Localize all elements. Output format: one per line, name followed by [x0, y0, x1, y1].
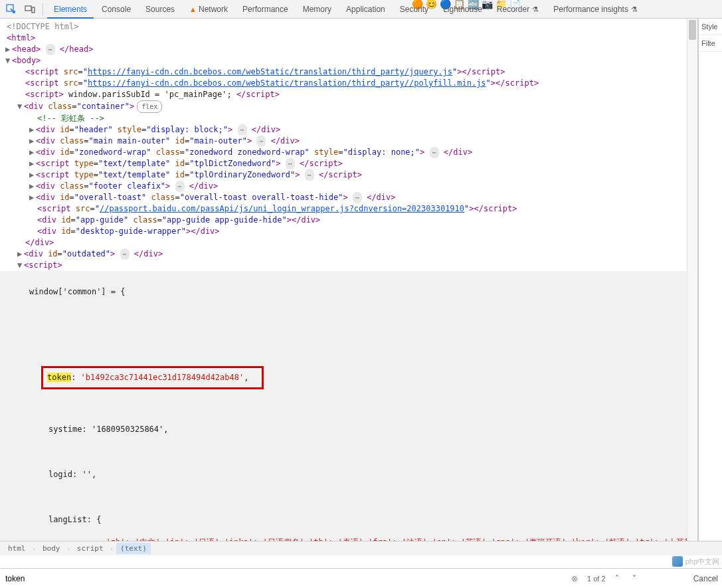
- crumb-script[interactable]: script: [73, 543, 108, 554]
- tab-performance[interactable]: Performance: [236, 1, 295, 18]
- clear-icon[interactable]: ⊗: [567, 574, 582, 583]
- tab-memory[interactable]: Memory: [296, 1, 338, 18]
- dom-node[interactable]: ▶<div id="zonedword-wrap" class="zonedwo…: [0, 147, 697, 158]
- tab-lighthouse[interactable]: Lighthouse: [436, 1, 489, 18]
- prev-match-icon[interactable]: ˄: [611, 573, 623, 585]
- php-logo-icon: [672, 556, 683, 567]
- dom-node[interactable]: <script src="//passport.baidu.com/passAp…: [0, 203, 697, 215]
- comment-node: <!-- 彩虹条 -->: [37, 114, 104, 123]
- dom-node[interactable]: ▶<div class="main main-outer" id="main-o…: [0, 136, 697, 147]
- tab-sources[interactable]: Sources: [139, 1, 181, 18]
- dom-node[interactable]: <div id="desktop-guide-wrapper"></div>: [0, 226, 697, 237]
- styles-tab[interactable]: Style: [699, 19, 722, 35]
- tab-insights[interactable]: Performance insights⚗: [547, 1, 644, 18]
- collapse-icon[interactable]: ▼: [17, 260, 24, 271]
- devtools-tabbar: Elements Console Sources ▲Network Perfor…: [0, 0, 722, 19]
- dom-node[interactable]: <div id="app-guide" class="app-guide app…: [0, 215, 697, 226]
- crumb-body[interactable]: body: [39, 543, 64, 554]
- dom-node[interactable]: <script src="https://fanyi-cdn.cdn.bcebo…: [0, 66, 697, 78]
- svg-rect-1: [25, 6, 31, 11]
- svg-rect-2: [32, 7, 35, 13]
- tab-console[interactable]: Console: [95, 1, 137, 18]
- expand-icon[interactable]: ▶: [5, 44, 12, 55]
- expand-icon[interactable]: ▶: [29, 124, 36, 136]
- tab-application[interactable]: Application: [339, 1, 392, 18]
- html-open[interactable]: <html>: [7, 33, 35, 43]
- dom-node[interactable]: ▶<div id="overall-toast" class="overall-…: [0, 192, 697, 203]
- vertical-scrollbar[interactable]: [687, 19, 697, 541]
- next-match-icon[interactable]: ˅: [628, 573, 640, 585]
- tab-network[interactable]: ▲Network: [183, 1, 234, 18]
- search-count: 1 of 2: [587, 575, 606, 583]
- tab-recorder[interactable]: Recorder⚗: [490, 1, 545, 18]
- crumb-text[interactable]: (text): [116, 543, 151, 554]
- doctype-node: <!DOCTYPE html>: [7, 22, 78, 31]
- script-node[interactable]: <script>: [24, 260, 62, 270]
- dom-node[interactable]: <script src="https://fanyi-cdn.cdn.bcebo…: [0, 78, 697, 89]
- dom-breadcrumb: html› body› script› (text): [0, 541, 722, 555]
- dom-node[interactable]: ▶<script type="text/template" id="tplOrd…: [0, 169, 697, 181]
- dom-tree[interactable]: <!DOCTYPE html> <html> ▶<head> ⋯ </head>…: [0, 19, 697, 541]
- styles-sidebar: Style Filte: [698, 19, 722, 541]
- search-bar: ⊗ 1 of 2 ˄ ˅ Cancel: [0, 568, 722, 588]
- tab-security[interactable]: Security: [393, 1, 435, 18]
- body-node[interactable]: <body>: [12, 56, 41, 65]
- collapse-icon[interactable]: ▼: [5, 55, 12, 66]
- collapse-icon[interactable]: ▼: [17, 101, 24, 112]
- dom-node[interactable]: ▶<div id="header" style="display: block;…: [0, 124, 697, 136]
- script-content[interactable]: window['common'] = { token: 'b1492ca3c71…: [0, 271, 697, 541]
- cancel-button[interactable]: Cancel: [693, 574, 718, 583]
- dom-node[interactable]: ▶<script type="text/template" id="tplDic…: [0, 158, 697, 169]
- ellipsis-icon[interactable]: ⋯: [46, 44, 55, 55]
- crumb-html[interactable]: html: [4, 543, 30, 554]
- dom-node[interactable]: ▶<div class="footer cleafix"> ⋯ </div>: [0, 181, 697, 192]
- device-toolbar-icon[interactable]: [21, 1, 39, 18]
- inspect-icon[interactable]: [3, 1, 20, 18]
- token-highlight-box: token: 'b1492ca3c71441ec31d178494d42ab48…: [41, 366, 264, 389]
- tab-elements[interactable]: Elements: [47, 1, 94, 18]
- search-input[interactable]: [4, 571, 562, 586]
- dom-node[interactable]: ▶<div id="outdated"> ⋯ </div>: [0, 248, 697, 260]
- flex-badge[interactable]: flex: [137, 100, 162, 113]
- filter-label[interactable]: Filte: [699, 35, 722, 52]
- head-node[interactable]: <head>: [12, 45, 41, 54]
- dom-node[interactable]: </div>: [0, 237, 697, 248]
- dom-node[interactable]: <script> window.parisSubId = 'pc_mainPag…: [0, 89, 697, 100]
- watermark: php中文网: [672, 556, 719, 567]
